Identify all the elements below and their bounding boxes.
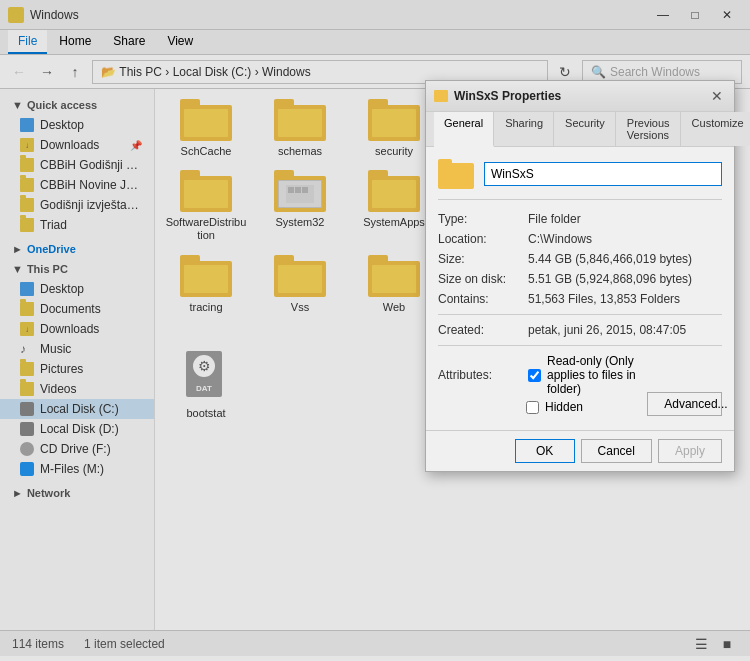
readonly-checkbox-row: Attributes: Read-only (Only applies to f… <box>438 354 647 396</box>
winsxs-properties-dialog: WinSxS Properties ✕ General Sharing Secu… <box>425 80 735 472</box>
hidden-label: Hidden <box>545 400 583 414</box>
dialog-tab-previous-versions[interactable]: Previous Versions <box>617 112 681 146</box>
prop-label: Contains: <box>438 292 528 306</box>
dialog-large-folder-icon <box>438 159 474 189</box>
prop-value: 51,563 Files, 13,853 Folders <box>528 292 722 306</box>
dialog-overlay: WinSxS Properties ✕ General Sharing Secu… <box>0 0 750 661</box>
prop-label: Location: <box>438 232 528 246</box>
readonly-checkbox[interactable] <box>528 369 541 382</box>
hidden-checkbox-row: Hidden <box>526 400 647 414</box>
prop-value: petak, juni 26, 2015, 08:47:05 <box>528 323 722 337</box>
prop-value: 5.44 GB (5,846,466,019 bytes) <box>528 252 722 266</box>
dialog-tab-security[interactable]: Security <box>555 112 616 146</box>
prop-row-location: Location: C:\Windows <box>438 232 722 246</box>
attributes-group: Attributes: Read-only (Only applies to f… <box>438 354 647 418</box>
dialog-content: Type: File folder Location: C:\Windows S… <box>426 147 734 430</box>
prop-value: C:\Windows <box>528 232 722 246</box>
attributes-label: Attributes: <box>438 368 518 382</box>
dialog-title: WinSxS Properties <box>434 89 561 103</box>
prop-row-contains: Contains: 51,563 Files, 13,853 Folders <box>438 292 722 306</box>
prop-row-size-on-disk: Size on disk: 5.51 GB (5,924,868,096 byt… <box>438 272 722 286</box>
prop-row-size: Size: 5.44 GB (5,846,466,019 bytes) <box>438 252 722 266</box>
prop-value: 5.51 GB (5,924,868,096 bytes) <box>528 272 722 286</box>
dialog-title-label: WinSxS Properties <box>454 89 561 103</box>
prop-label: Type: <box>438 212 528 226</box>
prop-label: Size on disk: <box>438 272 528 286</box>
dialog-tab-sharing[interactable]: Sharing <box>495 112 554 146</box>
prop-row-created: Created: petak, juni 26, 2015, 08:47:05 <box>438 323 722 337</box>
hidden-checkbox[interactable] <box>526 401 539 414</box>
dialog-folder-header <box>438 159 722 200</box>
prop-value: File folder <box>528 212 722 226</box>
ok-button[interactable]: OK <box>515 439 575 463</box>
attributes-section: Attributes: Read-only (Only applies to f… <box>438 354 722 418</box>
dialog-tab-general[interactable]: General <box>434 112 494 147</box>
dialog-title-bar: WinSxS Properties ✕ <box>426 81 734 112</box>
dialog-tab-customize[interactable]: Customize <box>682 112 750 146</box>
advanced-button[interactable]: Advanced... <box>647 392 722 416</box>
prop-row-type: Type: File folder <box>438 212 722 226</box>
attr-row: Attributes: Read-only (Only applies to f… <box>438 354 722 418</box>
dialog-tabs: General Sharing Security Previous Versio… <box>426 112 734 147</box>
dialog-buttons: OK Cancel Apply <box>426 430 734 471</box>
prop-label: Created: <box>438 323 528 337</box>
folder-name-input[interactable] <box>484 162 722 186</box>
cancel-button[interactable]: Cancel <box>581 439 652 463</box>
prop-label: Size: <box>438 252 528 266</box>
dialog-folder-icon-small <box>434 90 448 102</box>
dialog-close-button[interactable]: ✕ <box>708 87 726 105</box>
readonly-label: Read-only (Only applies to files in fold… <box>547 354 647 396</box>
apply-button[interactable]: Apply <box>658 439 722 463</box>
